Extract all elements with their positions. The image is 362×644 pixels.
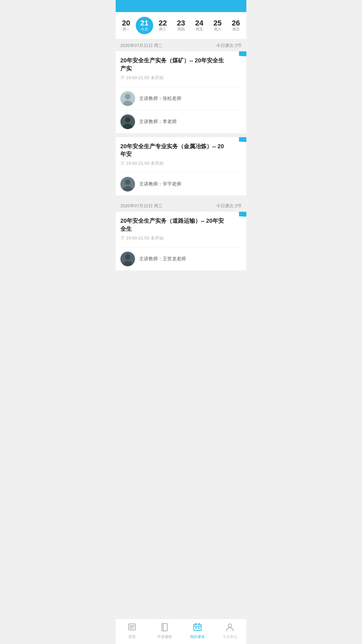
section-date-0: 2020年07月21日 周二 <box>120 43 163 49</box>
svg-point-10 <box>125 254 130 260</box>
teacher-name-0: 主讲教师：辛宇老师 <box>139 181 181 187</box>
section-header-1: 2020年07月22日 周三今日课次:3节 <box>116 200 246 212</box>
avatar-1 <box>120 114 135 129</box>
avatar-0 <box>120 91 135 106</box>
teacher-name-0: 主讲教师：张松老师 <box>139 96 181 102</box>
course-title: 20年安全生产专业实务（金属冶炼）-- 20年安 <box>120 143 242 159</box>
nav-label-首页: 首页 <box>128 634 136 639</box>
list-icon <box>127 622 137 633</box>
course-title: 20年安全生产实务（道路运输）-- 20年安全生 <box>120 217 242 233</box>
svg-point-1 <box>125 94 130 99</box>
nav-item-开设课程[interactable]: 开设课程 <box>155 622 175 639</box>
person-icon <box>225 622 235 633</box>
nav-item-我的课表[interactable]: 我的课表 <box>187 622 207 639</box>
calendar-icon <box>193 622 202 633</box>
week-bar: 20周一21今天22周三23周四24周五25周六26周日 <box>116 12 246 39</box>
svg-rect-23 <box>198 627 199 629</box>
avatar-0 <box>120 252 135 266</box>
clock-icon: ⏱ <box>120 75 125 80</box>
nav-label-个人中心: 个人中心 <box>223 634 237 639</box>
course-time: ⏱19:00-21:00 未开始 <box>120 235 242 241</box>
day-item-26[interactable]: 26周日 <box>227 17 245 34</box>
svg-point-4 <box>125 117 130 122</box>
bookmark-icon <box>160 622 169 633</box>
day-item-25[interactable]: 25周六 <box>209 17 226 34</box>
live-badge: 直播课 <box>239 51 246 56</box>
course-card-0-1[interactable]: 直播课20年安全生产专业实务（金属冶炼）-- 20年安⏱19:00-21:00 … <box>116 137 246 196</box>
nav-item-个人中心[interactable]: 个人中心 <box>220 622 240 639</box>
clock-icon: ⏱ <box>120 161 125 166</box>
card-gap <box>116 271 246 274</box>
course-card-1-0[interactable]: 直播课20年安全生产实务（道路运输）-- 20年安全生⏱19:00-21:00 … <box>116 212 246 270</box>
section-header-0: 2020年07月21日 周二今日课次:3节 <box>116 39 246 51</box>
nav-item-首页[interactable]: 首页 <box>122 622 142 639</box>
nav-label-我的课表: 我的课表 <box>190 634 205 639</box>
teacher-row-0: 主讲教师：辛宇老师 <box>116 173 246 196</box>
header <box>116 0 246 12</box>
card-gap <box>116 196 246 200</box>
course-time: ⏱19:00-21:00 未开始 <box>120 160 242 166</box>
svg-rect-16 <box>162 624 167 631</box>
section-count-0: 今日课次:3节 <box>216 43 242 49</box>
avatar-0 <box>120 177 135 192</box>
teacher-row-1: 主讲教师：李老师 <box>116 110 246 133</box>
svg-point-7 <box>125 179 130 185</box>
course-card-0-0[interactable]: 直播课20年安全生产实务（煤矿）-- 20年安全生产实⏱19:00-21:00 … <box>116 51 246 133</box>
section-count-1: 今日课次:3节 <box>216 203 242 209</box>
day-item-22[interactable]: 22周三 <box>154 17 171 34</box>
day-item-21[interactable]: 21今天 <box>136 17 153 34</box>
course-time: ⏱19:00-21:00 未开始 <box>120 75 242 81</box>
live-badge: 直播课 <box>239 212 246 217</box>
teacher-name-0: 主讲教师：王世龙老师 <box>139 256 186 262</box>
svg-rect-22 <box>195 627 197 629</box>
day-item-24[interactable]: 24周五 <box>191 17 208 34</box>
live-badge: 直播课 <box>239 137 246 142</box>
section-date-1: 2020年07月22日 周三 <box>120 203 163 209</box>
teacher-row-0: 主讲教师：王世龙老师 <box>116 248 246 270</box>
teacher-name-1: 主讲教师：李老师 <box>139 119 177 125</box>
card-gap <box>116 134 246 137</box>
content-wrap: 2020年07月21日 周二今日课次:3节直播课20年安全生产实务（煤矿）-- … <box>116 39 246 301</box>
bottom-nav: 首页 开设课程 我的课表 个人中心 <box>116 619 246 644</box>
svg-point-24 <box>228 624 232 627</box>
day-item-23[interactable]: 23周四 <box>172 17 190 34</box>
clock-icon: ⏱ <box>120 235 125 240</box>
teacher-row-0: 主讲教师：张松老师 <box>116 87 246 110</box>
day-item-20[interactable]: 20周一 <box>117 17 135 34</box>
svg-rect-18 <box>194 624 201 631</box>
course-title: 20年安全生产实务（煤矿）-- 20年安全生产实 <box>120 57 242 73</box>
nav-label-开设课程: 开设课程 <box>157 634 172 639</box>
